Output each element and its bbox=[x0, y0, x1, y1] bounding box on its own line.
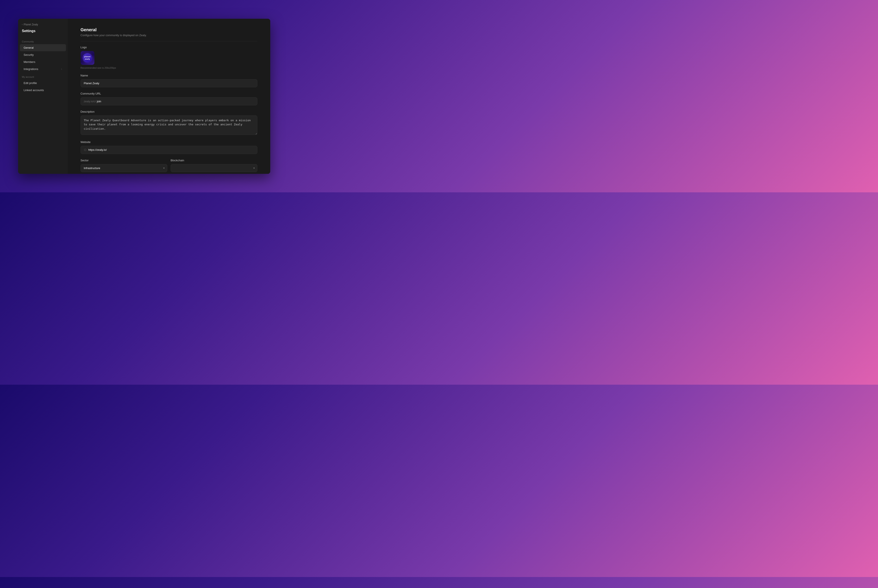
blockchain-label: Blockchain bbox=[171, 159, 257, 162]
website-input-wrapper: ⚇ bbox=[81, 146, 257, 154]
url-input-wrapper: zealy.io/c/ bbox=[81, 98, 257, 105]
blockchain-select-wrapper: ▾ bbox=[171, 164, 257, 172]
url-input[interactable] bbox=[97, 100, 254, 103]
sidebar-section-community: Community bbox=[18, 37, 68, 44]
name-label: Name bbox=[81, 74, 257, 77]
integrations-chevron-icon: › bbox=[61, 68, 62, 70]
logo-label: Logo bbox=[81, 46, 257, 49]
sidebar-item-general-label: General bbox=[24, 46, 34, 50]
url-section: Community URL zealy.io/c/ bbox=[81, 92, 257, 105]
website-input[interactable] bbox=[88, 148, 254, 152]
sidebar-item-linked-accounts[interactable]: Linked accounts bbox=[20, 87, 66, 94]
sidebar-item-linked-accounts-label: Linked accounts bbox=[24, 88, 44, 92]
sector-select-wrapper: Infrastructure ▾ bbox=[81, 164, 167, 172]
logo-section: Logo planetzealy Recommended size is 256… bbox=[81, 46, 257, 69]
sidebar-item-edit-profile[interactable]: Edit profile bbox=[20, 80, 66, 87]
description-label: Description bbox=[81, 110, 257, 113]
sidebar-item-security-label: Security bbox=[24, 53, 34, 56]
description-textarea[interactable]: The Planet Zealy Questboard Adventure is… bbox=[81, 116, 257, 135]
link-icon: ⚇ bbox=[84, 148, 87, 152]
sidebar-item-members-label: Members bbox=[24, 60, 35, 63]
sidebar-item-members[interactable]: Members bbox=[20, 58, 66, 66]
blockchain-col: Blockchain ▾ bbox=[171, 159, 257, 172]
name-input[interactable] bbox=[81, 79, 257, 87]
breadcrumb-text: Planet Zealy bbox=[24, 23, 38, 26]
name-section: Name bbox=[81, 74, 257, 87]
sidebar-title: Settings bbox=[18, 29, 68, 37]
logo-hint: Recommended size is 256x256px bbox=[81, 66, 257, 69]
breadcrumb-chevron-icon: ‹ bbox=[22, 23, 23, 26]
blockchain-select[interactable] bbox=[171, 164, 257, 172]
url-label: Community URL bbox=[81, 92, 257, 95]
sidebar-item-general[interactable]: General bbox=[20, 44, 66, 51]
logo-upload[interactable]: planetzealy bbox=[81, 51, 95, 65]
sector-blockchain-row: Sector Infrastructure ▾ Blockchain ▾ bbox=[81, 159, 257, 172]
website-section: Website ⚇ bbox=[81, 140, 257, 154]
page-subtitle: Configure how your community is displaye… bbox=[81, 34, 257, 37]
main-content: General Configure how your community is … bbox=[68, 19, 270, 174]
page-header: General Configure how your community is … bbox=[81, 27, 257, 37]
website-label: Website bbox=[81, 140, 257, 144]
sidebar-item-edit-profile-label: Edit profile bbox=[24, 81, 37, 85]
sidebar-item-integrations[interactable]: Integrations › bbox=[20, 66, 66, 73]
description-section: Description The Planet Zealy Questboard … bbox=[81, 110, 257, 136]
sidebar-item-security[interactable]: Security bbox=[20, 51, 66, 58]
logo-text: planetzealy bbox=[84, 56, 91, 60]
breadcrumb[interactable]: ‹ Planet Zealy bbox=[18, 23, 68, 29]
sector-select[interactable]: Infrastructure bbox=[81, 164, 167, 172]
sidebar-section-myaccount: My account bbox=[18, 73, 68, 80]
sidebar: ‹ Planet Zealy Settings Community Genera… bbox=[18, 19, 68, 174]
page-title: General bbox=[81, 27, 257, 32]
app-window: ‹ Planet Zealy Settings Community Genera… bbox=[18, 19, 270, 174]
sector-label: Sector bbox=[81, 159, 167, 162]
sector-col: Sector Infrastructure ▾ bbox=[81, 159, 167, 172]
sidebar-item-integrations-label: Integrations bbox=[24, 68, 38, 70]
url-prefix: zealy.io/c/ bbox=[84, 100, 96, 103]
